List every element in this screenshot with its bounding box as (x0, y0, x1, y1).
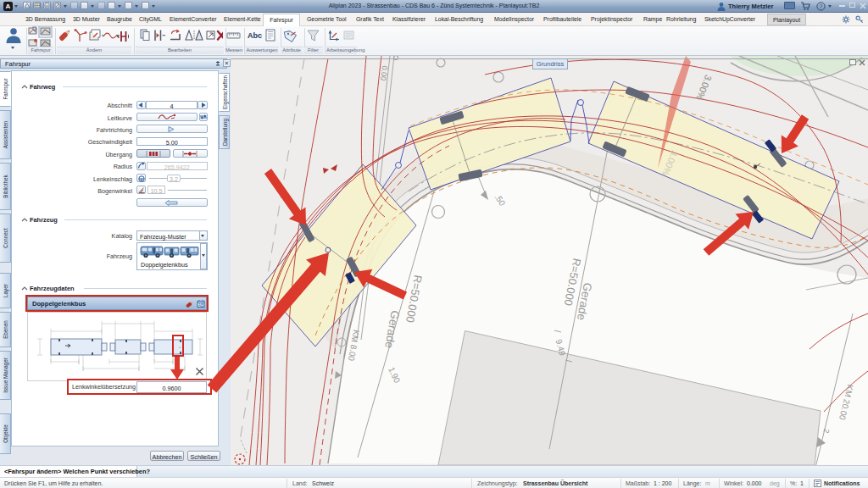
svg-text:AB: AB (198, 303, 203, 308)
svg-text:Abc: Abc (248, 31, 262, 40)
svg-text:0.00: 0.00 (379, 65, 389, 80)
svg-text:?: ? (820, 3, 823, 9)
svg-text:3.00%: 3.00% (694, 74, 714, 103)
